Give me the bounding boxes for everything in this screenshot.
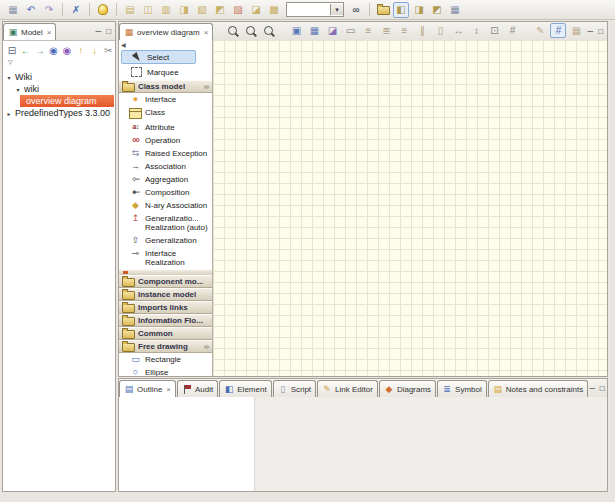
palette-collapse-arrow-icon[interactable]: ◀	[119, 40, 212, 49]
palette-marquee-tool[interactable]: Marquee	[121, 65, 196, 79]
print-diagram-icon[interactable]: ▣	[288, 23, 304, 38]
tab-diagrams[interactable]: ◆Diagrams	[379, 380, 436, 397]
lightbulb-icon[interactable]	[95, 2, 111, 18]
tree-twisty-icon[interactable]: ▾	[5, 74, 13, 81]
navigate-back-icon[interactable]: ←	[20, 44, 32, 58]
fit-width-icon[interactable]: ↔	[450, 23, 466, 38]
palette-operation-tool[interactable]: ooOperation	[119, 134, 212, 147]
palette-drawer-information-flows[interactable]: Information Flo...	[119, 314, 212, 327]
save-diagram-icon[interactable]: ▦	[306, 23, 322, 38]
select-all-icon[interactable]: ▭	[342, 23, 358, 38]
undo-icon[interactable]: ↶	[23, 2, 39, 18]
palette-raised-exception-tool[interactable]: ⇆Raised Exception	[119, 147, 212, 160]
zoom-out-icon[interactable]	[260, 23, 276, 38]
pencil-edit-mode-icon[interactable]: ✎	[532, 23, 548, 38]
new-model-element-icon-9[interactable]: ▩	[266, 2, 282, 18]
snap-to-grid-icon[interactable]: #	[550, 23, 566, 38]
tab-notes-and-constraints[interactable]: ▤Notes and constraints	[488, 380, 588, 397]
fit-height-icon[interactable]: ↕	[468, 23, 484, 38]
tab-model-close-icon[interactable]: ×	[47, 28, 52, 37]
move-up-icon[interactable]: ↑	[75, 44, 87, 58]
new-model-element-icon-2[interactable]: ◫	[140, 2, 156, 18]
align-right-icon[interactable]: ≡	[396, 23, 412, 38]
palette-composition-tool[interactable]: ◆–Composition	[119, 186, 212, 199]
palette-interface-realization-tool[interactable]: ⊸Interface Realization	[119, 247, 212, 269]
toolbar-combobox[interactable]: ▾	[286, 2, 344, 17]
tree-item-wiki[interactable]: ▾wiki	[3, 83, 115, 95]
palette-drawer-imports-links[interactable]: Imports links	[119, 301, 212, 314]
tree-twisty-icon[interactable]: ▾	[14, 86, 22, 93]
minimize-button[interactable]: ─	[95, 28, 101, 36]
palette-class-tool[interactable]: Class	[119, 106, 212, 121]
palette-drawer-component-model[interactable]: Component mo...	[119, 275, 212, 288]
palette-drawer-instance-model[interactable]: Instance model	[119, 288, 212, 301]
same-size-icon[interactable]: ▯	[432, 23, 448, 38]
clipped-toolbar-icon[interactable]: ✂	[102, 44, 114, 58]
tree-item-predefinedtypes-3-3-00[interactable]: ▸PredefinedTypes 3.3.00	[3, 107, 115, 119]
show-references-icon[interactable]: ◨	[411, 2, 427, 18]
palette-drawer-common[interactable]: Common	[119, 327, 212, 340]
open-folder-icon[interactable]	[375, 2, 391, 18]
palette-aggregation-tool[interactable]: ◇–Aggregation	[119, 173, 212, 186]
move-down-icon[interactable]: ↓	[89, 44, 101, 58]
palette-drawer-free-drawing[interactable]: Free drawing∞	[119, 340, 212, 353]
palette-generalization-tool[interactable]: ⇧Generalization	[119, 234, 212, 247]
minimize-button[interactable]: ─	[587, 28, 593, 36]
new-model-element-icon-5[interactable]: ▧	[194, 2, 210, 18]
maximize-button[interactable]: □	[600, 385, 605, 393]
palette-nary-association-tool[interactable]: ◆N-ary Association	[119, 199, 212, 212]
hash-layout-icon[interactable]: #	[504, 23, 520, 38]
palette-generalization-realization-auto-tool[interactable]: ↥Generalizatio... Realization (auto)	[119, 212, 212, 234]
tab-link-editor[interactable]: ✎Link Editor	[317, 380, 378, 397]
new-model-element-icon-7[interactable]: ▨	[230, 2, 246, 18]
zoom-original-icon[interactable]	[224, 23, 240, 38]
new-model-element-icon-3[interactable]: ▥	[158, 2, 174, 18]
tree-item-wiki[interactable]: ▾Wiki	[3, 71, 115, 83]
tab-close-icon[interactable]: ×	[166, 385, 171, 394]
palette-association-tool[interactable]: →Association	[119, 160, 212, 173]
new-model-element-icon-4[interactable]: ◨	[176, 2, 192, 18]
collapse-all-icon[interactable]: ⊟	[6, 44, 18, 58]
combo-dropdown-arrow-icon[interactable]: ▾	[330, 4, 343, 15]
new-model-element-icon-1[interactable]: ▤	[122, 2, 138, 18]
align-center-icon[interactable]: ≣	[378, 23, 394, 38]
maximize-button[interactable]: □	[598, 28, 603, 36]
view-menu-icon[interactable]: ▽	[3, 58, 115, 68]
tab-element[interactable]: ◧Element	[219, 380, 271, 397]
save-icon[interactable]: ▦	[5, 2, 21, 18]
link-with-model-icon[interactable]: ◧	[393, 2, 409, 18]
tab-script[interactable]: ▯Script	[273, 380, 316, 397]
tab-overview-diagram-close-icon[interactable]: ×	[204, 28, 209, 37]
export-image-icon[interactable]: ◪	[324, 23, 340, 38]
diagram-canvas[interactable]	[213, 40, 607, 376]
palette-drawer-class-model[interactable]: Class model∞	[119, 80, 212, 93]
palette-drawer-partial[interactable]	[119, 269, 212, 275]
new-model-element-icon-6[interactable]: ◩	[212, 2, 228, 18]
new-model-element-icon-8[interactable]: ◪	[248, 2, 264, 18]
palette-attribute-tool[interactable]: a:Attribute	[119, 121, 212, 134]
drawer-pin-icon[interactable]: ∞	[204, 83, 209, 90]
tab-audit[interactable]: Audit	[177, 380, 218, 397]
navigate-forward-icon[interactable]: →	[34, 44, 46, 58]
minimize-button[interactable]: ─	[589, 385, 595, 393]
tab-outline[interactable]: ▤Outline×	[119, 380, 176, 397]
align-left-icon[interactable]: ≡	[360, 23, 376, 38]
distribute-horizontal-icon[interactable]: ∥	[414, 23, 430, 38]
tab-symbol[interactable]: ≣Symbol	[437, 380, 487, 397]
search-binoculars-icon[interactable]: ∞	[348, 2, 364, 18]
filter-view-icon[interactable]: ◩	[429, 2, 445, 18]
palette-select-tool[interactable]: Select	[121, 50, 196, 64]
tree-item-overview-diagram[interactable]: overview diagram	[3, 95, 115, 107]
page-bounds-icon[interactable]: ⊡	[486, 23, 502, 38]
table-view-icon[interactable]: ▦	[447, 2, 463, 18]
palette-rectangle-tool[interactable]: ▭Rectangle	[119, 353, 212, 366]
tab-overview-diagram[interactable]: ▦ overview diagram ×	[119, 23, 213, 40]
redo-icon[interactable]: ↷	[41, 2, 57, 18]
previous-selection-icon[interactable]: ◉	[48, 44, 60, 58]
palette-interface-tool[interactable]: ●Interface	[119, 93, 212, 106]
next-selection-icon[interactable]: ◉	[61, 44, 73, 58]
show-grid-icon[interactable]: ▦	[568, 23, 584, 38]
tab-model[interactable]: ▣ Model ×	[3, 23, 56, 40]
drawer-pin-icon[interactable]: ∞	[204, 343, 209, 350]
palette-ellipse-tool[interactable]: ○Ellipse	[119, 366, 212, 376]
